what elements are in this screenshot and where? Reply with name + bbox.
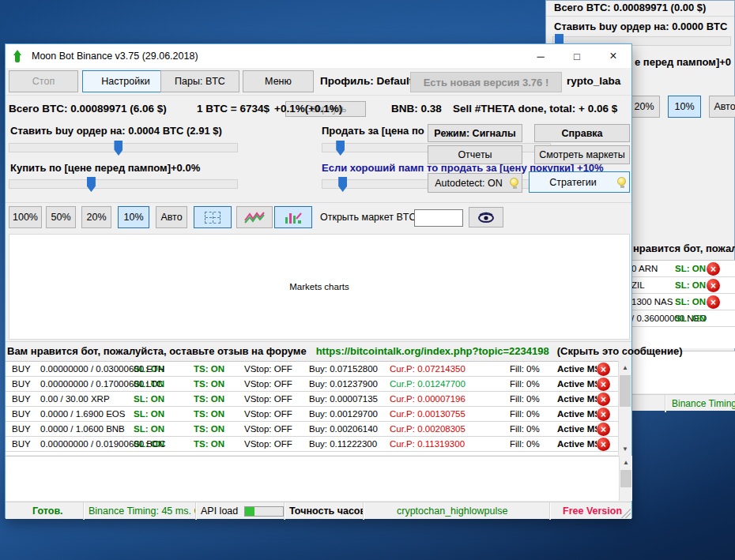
table-row[interactable]: / 0.36000000 NEO SL: ON ×	[630, 310, 735, 327]
percent-10-button[interactable]: 10%	[118, 206, 149, 228]
order-status: Active MS	[557, 439, 597, 449]
strategies-button[interactable]: Стратегии	[529, 171, 630, 193]
order-current-price: Cur.P: 0.00208305	[390, 424, 466, 434]
order-vstop: VStop: OFF	[244, 439, 292, 449]
orders-scrollbar[interactable]: ▲ ▼	[618, 361, 631, 455]
percent-50-button[interactable]: 50%	[46, 206, 76, 228]
pairs-button[interactable]: Пары: BTC	[160, 70, 239, 92]
bg-percent-20-button[interactable]: 20%	[628, 96, 660, 118]
feedback-notice: Вам нравится бот, пожалуйста, оставьте о…	[6, 341, 631, 360]
cancel-order-button[interactable]: ×	[597, 393, 610, 406]
percent-auto-button[interactable]: Авто	[156, 206, 187, 228]
cancel-order-button[interactable]: ×	[707, 295, 720, 309]
trade-panel: Ставить buy ордер на: 0.0004 BTC (2.91 $…	[6, 122, 631, 202]
order-fill: Fill: 0%	[510, 424, 540, 434]
reports-button[interactable]: Отчеты	[428, 145, 522, 164]
order-fill: Fill: 0%	[510, 439, 540, 449]
scrollbar-thumb[interactable]	[620, 375, 631, 407]
order-amount: 0.0000 / 1.0600 BNB	[40, 424, 125, 434]
bg-log-area[interactable]	[630, 351, 735, 393]
percent-20-button[interactable]: 20%	[81, 206, 111, 228]
table-row[interactable]: ZIL SL: ON ×	[630, 277, 735, 294]
market-symbol-input[interactable]	[414, 209, 463, 227]
order-ts: TS: ON	[194, 439, 224, 449]
order-status: Active MS	[557, 409, 597, 419]
settings-button[interactable]: Настройки	[82, 70, 169, 92]
order-buy-price: Buy: 0.00129700	[309, 409, 378, 419]
order-amount: 0 ARN	[631, 264, 658, 273]
buy-order-slider[interactable]	[9, 143, 238, 152]
stop-button[interactable]: Стоп	[9, 70, 78, 92]
percent-row: 100% 50% 20% 10% Авто Открыть маркет BTC…	[6, 202, 631, 231]
order-amount: ZIL	[631, 280, 645, 290]
minimize-button[interactable]: ─	[522, 44, 559, 68]
resize-grip[interactable]	[621, 509, 631, 518]
cancel-order-button[interactable]: ×	[597, 378, 610, 391]
rocket-icon	[13, 50, 22, 63]
cancel-order-button[interactable]: ×	[707, 262, 720, 276]
table-row[interactable]: 0 ARN SL: ON ×	[630, 261, 735, 277]
close-icon: ×	[601, 440, 606, 449]
log-area[interactable]	[6, 456, 632, 501]
slider-thumb[interactable]	[87, 177, 96, 192]
buy-at-label: Купить по [цене перед пампом]+0.0%	[10, 162, 200, 174]
scroll-down-icon[interactable]: ▼	[619, 442, 631, 455]
cancel-order-button[interactable]: ×	[597, 423, 610, 436]
slider-thumb[interactable]	[114, 141, 122, 156]
slider-thumb[interactable]	[336, 141, 345, 156]
forum-link[interactable]: https://bitcointalk.org/index.php?topic=…	[316, 345, 549, 357]
maximize-button[interactable]: □	[559, 44, 595, 68]
help-button[interactable]: Справка	[534, 124, 630, 142]
bg-buy-order-label: Ставить buy ордер на: 0.0000 BTC	[554, 21, 727, 32]
sell-done-label: Sell #THETA done, total: + 0.06 $	[453, 103, 617, 115]
status-ready: Готов.	[6, 502, 83, 520]
table-row[interactable]: BUY SL: ON 0.0000 / 1.0600 BNB TS: ON VS…	[6, 422, 618, 437]
order-vstop: VStop: OFF	[244, 394, 292, 404]
slider-thumb[interactable]	[338, 177, 347, 192]
total-btc-label: Всего BTC: 0.00089971 (6.06 $)	[9, 103, 167, 115]
order-status: Active MS	[557, 379, 597, 389]
cancel-order-button[interactable]: ×	[707, 279, 720, 292]
bars-chart-button[interactable]	[274, 206, 312, 228]
close-icon: ×	[601, 395, 606, 404]
cancel-order-button[interactable]: ×	[597, 363, 610, 376]
mode-signals-button[interactable]: Режим: Сигналы	[428, 124, 522, 142]
desktop: { "colors": { "accent": "#0078d7", "gree…	[0, 0, 735, 560]
buy-order-label: Ставить buy ордер на: 0.0004 BTC (2.91 $…	[10, 125, 222, 137]
scrollbar-thumb[interactable]	[620, 470, 631, 487]
hide-notice-link[interactable]: (Скрыть это сообщение)	[557, 345, 683, 357]
percent-100-button[interactable]: 100%	[9, 206, 42, 228]
watch-market-button[interactable]	[469, 207, 503, 227]
window-title: Moon Bot Binance v3.75 (29.06.2018)	[32, 51, 198, 62]
grid-layout-button[interactable]	[194, 206, 232, 228]
table-row[interactable]: BUY SL: ON 0.00 / 30.00 XRP TS: ON VStop…	[6, 392, 618, 407]
cancel-order-button[interactable]: ×	[597, 408, 610, 421]
btc-rate-label: 1 BTC = 6734$	[197, 103, 270, 115]
status-api-load: API load	[195, 502, 284, 520]
order-current-price: Cur.P: 0.07214350	[390, 364, 466, 374]
autodetect-button[interactable]: Autodetect: ON	[428, 173, 522, 193]
buy-at-slider[interactable]	[9, 179, 238, 189]
close-button[interactable]: ×	[595, 44, 631, 68]
bg-percent-10-button[interactable]: 10%	[668, 96, 701, 118]
log-scrollbar[interactable]: ▲	[619, 456, 632, 501]
cancel-order-button[interactable]: ×	[597, 438, 610, 451]
table-row[interactable]: 1300 NAS SL: ON ×	[630, 294, 735, 310]
close-icon: ×	[601, 380, 606, 389]
table-row[interactable]: BUY SL: ON 0.00000000 / 0.17000600 LTC T…	[6, 377, 618, 392]
table-row[interactable]: BUY SL: ON 0.00000000 / 0.01900600 BCC T…	[6, 437, 618, 452]
order-fill: Fill: 0%	[510, 364, 540, 374]
new-version-button[interactable]: Есть новая версия 3.76 !	[410, 72, 562, 92]
moonbot-window[interactable]: Moon Bot Binance v3.75 (29.06.2018) ─ □ …	[5, 43, 632, 518]
markets-charts-area[interactable]: Markets charts	[9, 234, 630, 340]
table-row[interactable]: BUY SL: ON 0.00000000 / 0.03000600 ETH T…	[6, 362, 618, 377]
scroll-up-icon[interactable]: ▲	[619, 361, 631, 374]
scroll-up-icon[interactable]: ▲	[620, 456, 632, 468]
close-icon: ×	[601, 425, 606, 434]
bars-chart-icon	[284, 211, 303, 224]
menu-button[interactable]: Меню	[243, 70, 314, 92]
table-row[interactable]: BUY SL: ON 0.0000 / 1.6900 EOS TS: ON VS…	[6, 407, 618, 422]
bg-percent-auto-button[interactable]: Авто	[709, 96, 735, 118]
lines-chart-button[interactable]	[236, 206, 273, 228]
watch-markets-button[interactable]: Смотреть маркеты	[534, 145, 630, 164]
